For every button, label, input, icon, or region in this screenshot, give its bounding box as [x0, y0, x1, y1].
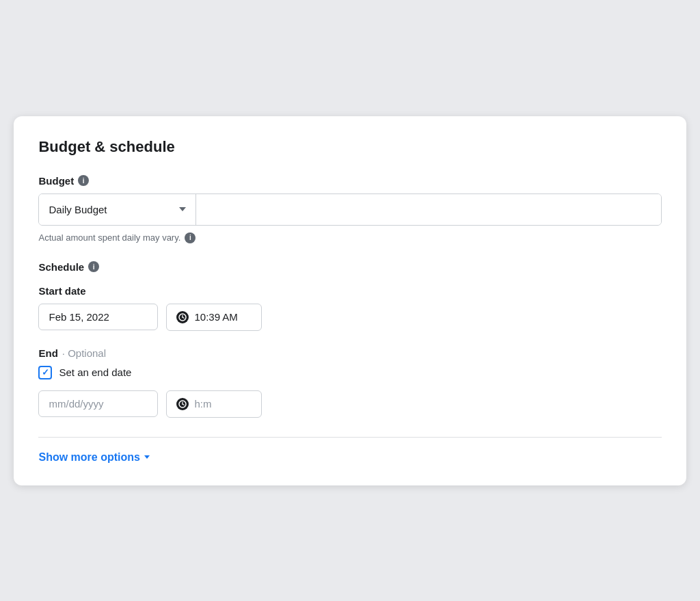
start-time-input[interactable]: 10:39 AM: [166, 304, 262, 331]
set-end-date-checkbox-row[interactable]: ✓ Set an end date: [38, 366, 661, 379]
budget-schedule-card: Budget & schedule Budget i Daily Budget …: [14, 116, 686, 485]
start-date-input[interactable]: Feb 15, 2022: [38, 304, 158, 330]
optional-label: · Optional: [62, 347, 106, 359]
end-time-placeholder: h:m: [194, 398, 211, 410]
budget-type-label: Daily Budget: [49, 204, 172, 215]
section-divider: [38, 437, 661, 438]
end-clock-icon: [176, 398, 189, 410]
svg-line-2: [183, 317, 184, 318]
budget-type-select[interactable]: Daily Budget: [39, 194, 196, 225]
budget-type-chevron-icon: [179, 207, 186, 211]
checkmark-icon: ✓: [42, 368, 49, 377]
end-time-input[interactable]: h:m: [166, 390, 262, 418]
budget-note-info-icon[interactable]: i: [185, 232, 196, 243]
schedule-info-icon[interactable]: i: [88, 261, 99, 272]
show-more-options-link[interactable]: Show more options: [38, 451, 661, 464]
budget-amount-input[interactable]: [196, 194, 660, 225]
svg-line-5: [183, 404, 184, 405]
end-label: End: [38, 347, 57, 359]
budget-section-label: Budget i: [38, 175, 661, 187]
budget-input-row: Daily Budget: [38, 193, 661, 226]
card-title: Budget & schedule: [38, 138, 661, 156]
set-end-date-checkbox[interactable]: ✓: [38, 366, 52, 379]
end-date-placeholder: mm/dd/yyyy: [49, 398, 103, 410]
budget-info-icon[interactable]: i: [78, 175, 89, 186]
end-date-input[interactable]: mm/dd/yyyy: [38, 390, 158, 417]
set-end-date-label: Set an end date: [59, 366, 131, 378]
start-clock-icon: [176, 311, 189, 323]
end-label-row: End · Optional: [38, 347, 661, 359]
schedule-section-label: Schedule i: [38, 261, 661, 273]
start-date-time-row: Feb 15, 2022 10:39 AM: [38, 304, 661, 331]
show-more-chevron-icon: [144, 455, 150, 459]
end-date-time-row: mm/dd/yyyy h:m: [38, 390, 661, 418]
budget-note: Actual amount spent daily may vary. i: [38, 232, 661, 243]
start-date-label: Start date: [38, 285, 661, 297]
